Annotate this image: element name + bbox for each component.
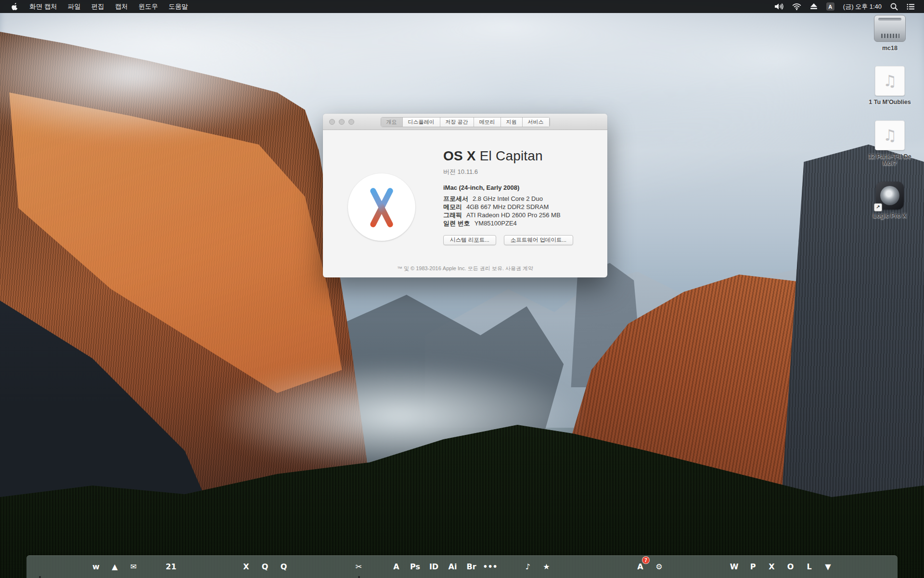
dock-lync[interactable]: L — [800, 556, 819, 578]
dock-word[interactable]: W — [725, 556, 744, 578]
dock-excel[interactable]: X — [762, 556, 781, 578]
tab-displays[interactable]: 디스플레이 — [402, 118, 440, 127]
software-update-button[interactable]: 소프트웨어 업데이트... — [504, 235, 573, 245]
dock-icon-art: 21 — [162, 558, 180, 576]
dock-green-x-app[interactable]: X — [237, 556, 256, 578]
dock-icon-art — [31, 558, 49, 576]
wifi-menu[interactable] — [788, 0, 806, 13]
dock-icon-glyph: ✉ — [130, 563, 137, 571]
dock: w ▲ ✉ — [26, 555, 898, 578]
dock-icon-glyph: ✂ — [356, 563, 362, 571]
dock-photo-cards[interactable] — [312, 556, 331, 578]
mac-model: iMac (24-inch, Early 2008) — [443, 184, 519, 191]
close-button[interactable] — [329, 119, 335, 125]
dock-icon-art — [331, 558, 349, 576]
dock-trash[interactable] — [875, 556, 894, 578]
input-source-badge: A — [826, 2, 834, 11]
dock-photo-prints[interactable] — [593, 556, 612, 578]
dock-icon-art — [556, 558, 574, 576]
notification-center-menu[interactable] — [902, 0, 919, 13]
zoom-button[interactable] — [348, 119, 354, 125]
tab-service[interactable]: 서비스 — [523, 118, 550, 127]
input-source-menu[interactable]: A — [822, 0, 839, 13]
dock-outlook[interactable]: O — [781, 556, 800, 578]
window-titlebar[interactable]: 개요 디스플레이 저장 공간 메모리 지원 서비스 — [323, 114, 607, 130]
dock-notes[interactable] — [180, 556, 199, 578]
desktop-icon-logic-pro-x[interactable]: Logic Pro X — [862, 182, 917, 219]
dock-toast[interactable] — [218, 556, 237, 578]
dock-photoshop[interactable]: Ps — [406, 556, 424, 578]
apple-menu[interactable] — [6, 0, 24, 13]
dock-system-preferences[interactable]: ⚙ — [650, 556, 668, 578]
dock-itunes[interactable]: ♪ — [518, 556, 537, 578]
menu-app[interactable]: 화면 캡처 — [24, 0, 63, 13]
dock-messages[interactable]: ••• — [481, 556, 500, 578]
clock-menu[interactable]: (금) 오후 1:40 — [839, 0, 886, 13]
dock-icon-art: Br — [462, 558, 480, 576]
dock-safari[interactable] — [68, 556, 87, 578]
dock-contacts[interactable] — [143, 556, 162, 578]
tab-overview[interactable]: 개요 — [381, 118, 402, 127]
dock-app-store[interactable]: A 7 — [631, 556, 650, 578]
menu-bar-clock: (금) 오후 1:40 — [843, 2, 882, 11]
dock-calendar[interactable]: 21 — [162, 556, 180, 578]
eject-menu[interactable] — [806, 0, 822, 13]
dock-numbers[interactable] — [706, 556, 725, 578]
dock-icon-glyph: A — [393, 563, 399, 571]
dock-idvd[interactable] — [556, 556, 575, 578]
tab-support[interactable]: 지원 — [501, 118, 523, 127]
dock-bridge[interactable]: Br — [462, 556, 481, 578]
dock-facetime[interactable] — [500, 556, 518, 578]
dock-icon-art — [369, 558, 386, 576]
desktop-icon-mc18[interactable]: mc18 — [862, 15, 917, 52]
menu-window[interactable]: 윈도우 — [133, 0, 164, 13]
dock-icon-art: w — [87, 558, 105, 576]
dock-keynote[interactable] — [668, 556, 687, 578]
tab-storage[interactable]: 저장 공간 — [440, 118, 474, 127]
dock-imovie[interactable]: ★ — [537, 556, 556, 578]
dock-downloads-folder[interactable] — [856, 556, 875, 578]
desktop-icon-parle-t-il[interactable]: ♫ 12 Parle-T-Il De Moi? — [862, 120, 917, 167]
minimize-button[interactable] — [339, 119, 345, 125]
dock-icon-glyph: ⚙ — [655, 563, 662, 571]
dock-icon-art — [857, 558, 874, 576]
dock-pages[interactable] — [687, 556, 706, 578]
desktop-icon-art — [876, 182, 904, 210]
menu-file[interactable]: 파일 — [63, 0, 86, 13]
dock-ibooks[interactable] — [612, 556, 631, 578]
dock-stickies[interactable] — [199, 556, 218, 578]
dock-archive-box-1[interactable]: Q — [256, 556, 274, 578]
dock-reminders[interactable] — [293, 556, 312, 578]
menu-help[interactable]: 도움말 — [163, 0, 193, 13]
spec-row: 그래픽ATI Radeon HD 2600 Pro 256 MB — [443, 211, 561, 219]
dock-icon-glyph: ▼ — [825, 563, 831, 571]
dock-vlc[interactable]: ▲ — [105, 556, 124, 578]
dock-illustrator[interactable]: Ai — [443, 556, 462, 578]
tab-memory[interactable]: 메모리 — [474, 118, 501, 127]
dock-web-downloader[interactable]: ▼ — [819, 556, 837, 578]
dock-icon-art — [500, 558, 518, 576]
dock-mail[interactable]: ✉ — [124, 556, 143, 578]
menu-bar-menus: 화면 캡처 파일 편집 캡처 윈도우 도움말 — [0, 0, 193, 13]
dock-acrobat[interactable]: A — [387, 556, 406, 578]
spotlight-menu[interactable] — [886, 0, 902, 13]
menu-capture[interactable]: 캡처 — [110, 0, 133, 13]
dock-icon-art: ID — [425, 558, 443, 576]
os-title: OS X El Capitan — [443, 148, 543, 164]
dock-launchpad[interactable] — [49, 556, 68, 578]
desktop-icon-tu-moublies[interactable]: ♫ 1 Tu M'Oublies — [862, 66, 917, 105]
dock-icon-art: ♪ — [519, 558, 537, 576]
volume-menu[interactable] — [770, 0, 788, 13]
dock-screen-capture[interactable]: ✂ — [349, 556, 368, 578]
menu-edit[interactable]: 편집 — [86, 0, 110, 13]
dock-iweb[interactable]: w — [87, 556, 105, 578]
dock-finder[interactable] — [30, 556, 49, 578]
dock-garageband[interactable] — [575, 556, 593, 578]
dock-logic-pro[interactable] — [368, 556, 387, 578]
dock-powerpoint[interactable]: P — [744, 556, 762, 578]
system-report-button[interactable]: 시스템 리포트... — [443, 235, 496, 245]
dock-archive-box-2[interactable]: Q — [274, 556, 293, 578]
dock-icon-art — [181, 558, 199, 576]
dock-indesign[interactable]: ID — [424, 556, 443, 578]
dock-photos[interactable] — [331, 556, 349, 578]
